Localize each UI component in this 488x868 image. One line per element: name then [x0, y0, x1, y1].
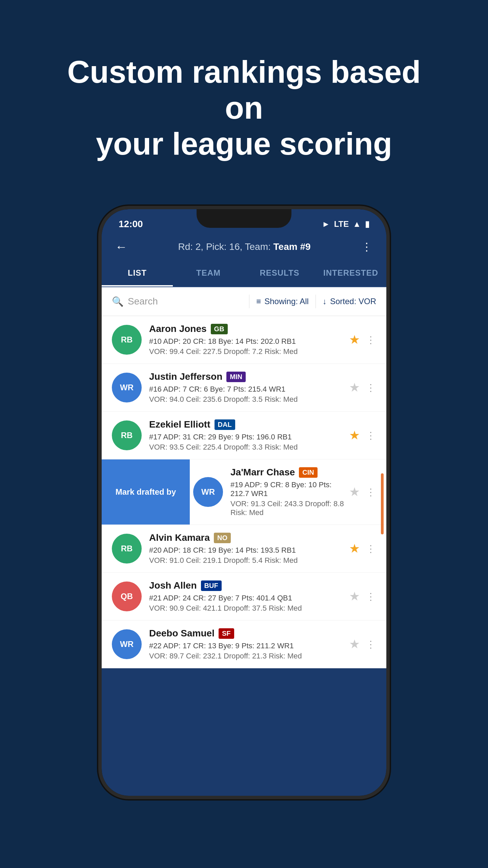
player-row-justin-jefferson[interactable]: WRJustin JeffersonMIN#16 ADP: 7 CR: 6 By…: [102, 364, 386, 412]
star-button-deebo-samuel[interactable]: ★: [349, 637, 360, 651]
player-actions-aaron-jones: ★⋮: [349, 333, 376, 347]
header-title-prefix: Rd: 2, Pick: 16, Team:: [178, 241, 273, 252]
player-name-josh-allen: Josh Allen: [149, 580, 197, 591]
player-avatar-aaron-jones: RB: [112, 325, 142, 355]
hero-section: Custom rankings based on your league sco…: [0, 0, 488, 199]
player-stats2-justin-jefferson: VOR: 94.0 Ceil: 235.6 Dropoff: 3.5 Risk:…: [149, 395, 349, 404]
lte-label: LTE: [334, 219, 349, 229]
tab-bar: LIST TEAM RESULTS INTERESTED: [102, 261, 386, 287]
player-row-aaron-jones[interactable]: RBAaron JonesGB#10 ADP: 20 CR: 18 Bye: 1…: [102, 316, 386, 364]
star-button-ezekiel-elliott[interactable]: ★: [349, 428, 360, 442]
wifi-icon: ►: [322, 219, 330, 229]
showing-label: Showing: All: [264, 297, 309, 306]
player-stats1-deebo-samuel: #22 ADP: 17 CR: 13 Bye: 9 Pts: 211.2 WR1: [149, 642, 349, 650]
filter-divider: [249, 295, 249, 308]
player-info-ezekiel-elliott: Ezekiel ElliottDAL#17 ADP: 31 CR: 29 Bye…: [149, 419, 349, 452]
player-name-deebo-samuel: Deebo Samuel: [149, 628, 215, 639]
phone-frame: 12:00 ► LTE ▲ ▮ ← Rd: 2, Pick: 16, Team:…: [98, 206, 390, 799]
scroll-indicator[interactable]: [381, 473, 384, 534]
header-title: Rd: 2, Pick: 16, Team: Team #9: [127, 241, 361, 252]
player-actions-deebo-samuel: ★⋮: [349, 637, 376, 651]
more-button-deebo-samuel[interactable]: ⋮: [366, 639, 376, 650]
tab-team[interactable]: TEAM: [173, 261, 244, 287]
back-button[interactable]: ←: [115, 240, 127, 254]
player-avatar-justin-jefferson: WR: [112, 373, 142, 402]
filter-bar: 🔍 Search ≡ Showing: All ↓ Sorted: VOR: [102, 287, 386, 316]
player-actions-jamarr-chase: ★⋮: [349, 485, 376, 499]
player-row-deebo-samuel[interactable]: WRDeebo SamuelSF#22 ADP: 17 CR: 13 Bye: …: [102, 620, 386, 668]
star-button-alvin-kamara[interactable]: ★: [349, 541, 360, 556]
showing-filter[interactable]: ≡ Showing: All: [256, 297, 309, 306]
tab-results[interactable]: RESULTS: [244, 261, 315, 287]
battery-icon: ▮: [365, 219, 369, 229]
player-info-deebo-samuel: Deebo SamuelSF#22 ADP: 17 CR: 13 Bye: 9 …: [149, 628, 349, 660]
team-badge-deebo-samuel: SF: [219, 628, 234, 639]
star-button-jamarr-chase[interactable]: ★: [349, 485, 360, 499]
search-placeholder: Search: [128, 296, 158, 307]
player-actions-alvin-kamara: ★⋮: [349, 541, 376, 556]
player-info-justin-jefferson: Justin JeffersonMIN#16 ADP: 7 CR: 6 Bye:…: [149, 371, 349, 404]
player-stats2-aaron-jones: VOR: 99.4 Ceil: 227.5 Dropoff: 7.2 Risk:…: [149, 347, 349, 356]
player-name-alvin-kamara: Alvin Kamara: [149, 532, 210, 543]
player-name-justin-jefferson: Justin Jefferson: [149, 371, 222, 382]
filter-divider-2: [316, 295, 316, 308]
status-icons: ► LTE ▲ ▮: [322, 219, 369, 229]
player-actions-josh-allen: ★⋮: [349, 589, 376, 604]
player-row-ezekiel-elliott[interactable]: RBEzekiel ElliottDAL#17 ADP: 31 CR: 29 B…: [102, 412, 386, 459]
player-row-alvin-kamara[interactable]: RBAlvin KamaraNO#20 ADP: 18 CR: 19 Bye: …: [102, 525, 386, 573]
more-button-ezekiel-elliott[interactable]: ⋮: [366, 430, 376, 441]
player-row-josh-allen[interactable]: QBJosh AllenBUF#21 ADP: 24 CR: 27 Bye: 7…: [102, 573, 386, 620]
more-button-justin-jefferson[interactable]: ⋮: [366, 382, 376, 393]
search-box[interactable]: 🔍 Search: [112, 296, 242, 307]
player-stats1-jamarr-chase: #19 ADP: 9 CR: 8 Bye: 10 Pts: 212.7 WR1: [230, 480, 349, 498]
more-button-jamarr-chase[interactable]: ⋮: [366, 487, 376, 498]
more-button-alvin-kamara[interactable]: ⋮: [366, 543, 376, 554]
player-avatar-jamarr-chase: WR: [193, 477, 223, 507]
signal-icon: ▲: [353, 219, 361, 229]
tab-interested[interactable]: INTERESTED: [315, 261, 386, 287]
phone-screen: 12:00 ► LTE ▲ ▮ ← Rd: 2, Pick: 16, Team:…: [102, 209, 386, 796]
player-stats2-jamarr-chase: VOR: 91.3 Ceil: 243.3 Dropoff: 8.8 Risk:…: [230, 499, 349, 517]
hero-title: Custom rankings based on your league sco…: [27, 27, 461, 182]
star-button-justin-jefferson[interactable]: ★: [349, 380, 360, 395]
player-stats1-josh-allen: #21 ADP: 24 CR: 27 Bye: 7 Pts: 401.4 QB1: [149, 594, 349, 603]
sorted-label: Sorted: VOR: [330, 297, 376, 306]
player-name-jamarr-chase: Ja'Marr Chase: [230, 467, 295, 478]
player-stats1-aaron-jones: #10 ADP: 20 CR: 18 Bye: 14 Pts: 202.0 RB…: [149, 337, 349, 346]
team-badge-justin-jefferson: MIN: [226, 372, 246, 382]
player-info-josh-allen: Josh AllenBUF#21 ADP: 24 CR: 27 Bye: 7 P…: [149, 580, 349, 613]
team-badge-jamarr-chase: CIN: [299, 467, 317, 478]
player-stats2-alvin-kamara: VOR: 91.0 Ceil: 219.1 Dropoff: 5.4 Risk:…: [149, 556, 349, 565]
more-button-josh-allen[interactable]: ⋮: [366, 591, 376, 602]
player-stats1-justin-jefferson: #16 ADP: 7 CR: 6 Bye: 7 Pts: 215.4 WR1: [149, 385, 349, 394]
player-list: RBAaron JonesGB#10 ADP: 20 CR: 18 Bye: 1…: [102, 316, 386, 668]
team-badge-ezekiel-elliott: DAL: [215, 419, 235, 430]
sorted-filter[interactable]: ↓ Sorted: VOR: [323, 297, 376, 306]
tab-list[interactable]: LIST: [102, 261, 173, 287]
more-menu-button[interactable]: ⋮: [361, 240, 373, 253]
player-stats1-alvin-kamara: #20 ADP: 18 CR: 19 Bye: 14 Pts: 193.5 RB…: [149, 546, 349, 555]
star-button-aaron-jones[interactable]: ★: [349, 333, 360, 347]
player-name-ezekiel-elliott: Ezekiel Elliott: [149, 419, 210, 430]
notch: [197, 209, 291, 228]
header-team: Team #9: [273, 241, 311, 252]
player-avatar-josh-allen: QB: [112, 581, 142, 611]
player-info-aaron-jones: Aaron JonesGB#10 ADP: 20 CR: 18 Bye: 14 …: [149, 323, 349, 356]
swipe-action[interactable]: Mark drafted by: [102, 459, 190, 525]
player-stats2-josh-allen: VOR: 90.9 Ceil: 421.1 Dropoff: 37.5 Risk…: [149, 604, 349, 613]
player-avatar-alvin-kamara: RB: [112, 534, 142, 564]
player-stats2-ezekiel-elliott: VOR: 93.5 Ceil: 225.4 Dropoff: 3.3 Risk:…: [149, 443, 349, 452]
search-icon: 🔍: [112, 296, 124, 307]
player-info-jamarr-chase: Ja'Marr ChaseCIN#19 ADP: 9 CR: 8 Bye: 10…: [230, 467, 349, 517]
team-badge-josh-allen: BUF: [201, 580, 222, 591]
player-avatar-deebo-samuel: WR: [112, 629, 142, 659]
player-actions-justin-jefferson: ★⋮: [349, 380, 376, 395]
star-button-josh-allen[interactable]: ★: [349, 589, 360, 604]
player-row-jamarr-chase[interactable]: Mark drafted byWRJa'Marr ChaseCIN#19 ADP…: [102, 459, 386, 525]
player-actions-ezekiel-elliott: ★⋮: [349, 428, 376, 442]
team-badge-alvin-kamara: NO: [214, 533, 231, 543]
player-info-alvin-kamara: Alvin KamaraNO#20 ADP: 18 CR: 19 Bye: 14…: [149, 532, 349, 565]
more-button-aaron-jones[interactable]: ⋮: [366, 334, 376, 346]
player-stats1-ezekiel-elliott: #17 ADP: 31 CR: 29 Bye: 9 Pts: 196.0 RB1: [149, 433, 349, 441]
player-name-aaron-jones: Aaron Jones: [149, 323, 207, 334]
